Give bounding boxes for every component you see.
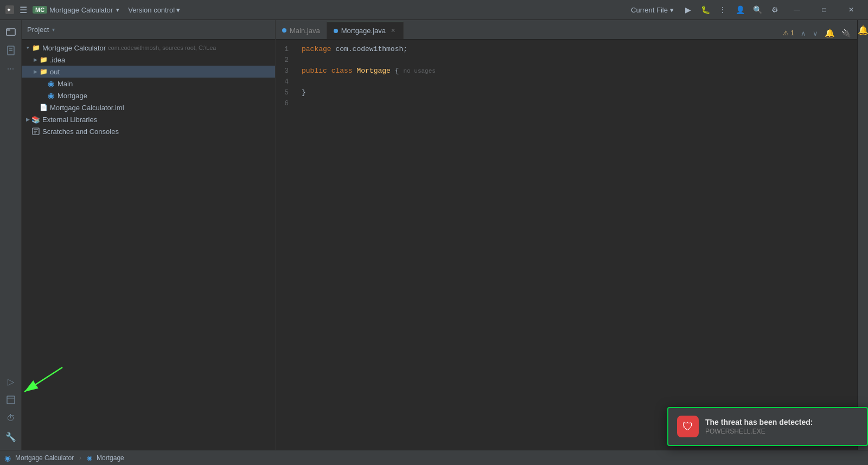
svg-text:✦: ✦: [7, 7, 11, 13]
current-file-button[interactable]: Current File ▾: [627, 5, 678, 15]
file-icon-iml: 📄: [39, 103, 48, 112]
main-area: ··· ▷ ⏱ 🔧 Project ▾ ▾ 📁 Mortgage Calcula: [0, 20, 868, 450]
tree-item-scratches[interactable]: ▶ Scratches and Consoles: [22, 125, 275, 137]
brace-close: }: [302, 87, 306, 98]
editor-area: Main.java Mortgage.java ✕ ⚠ 1 ∧ ∨ 🔔 🔌 1 …: [276, 20, 857, 450]
close-button[interactable]: ✕: [839, 0, 864, 20]
settings-button[interactable]: ⚙: [767, 2, 782, 17]
tab-indicator-main: [282, 28, 286, 33]
arrow-out: ▶: [31, 68, 39, 75]
tree-item-out[interactable]: ▶ 📁 out: [22, 66, 275, 78]
folder-icon-idea: 📁: [39, 55, 48, 64]
sidebar-icon-more[interactable]: ···: [2, 60, 20, 78]
label-mortgage: Mortgage: [58, 92, 87, 100]
more-options-button[interactable]: ⋮: [715, 2, 730, 17]
threat-shield-icon: 🛡: [677, 416, 699, 437]
label-out: out: [50, 68, 60, 76]
project-panel-dropdown[interactable]: ▾: [52, 27, 55, 33]
sidebar-icon-tools[interactable]: 🔧: [2, 428, 20, 445]
tree-item-mortgage-calculator[interactable]: ▾ 📁 Mortgage Calculator com.codewithmosh…: [22, 42, 275, 54]
version-control-arrow: ▾: [176, 6, 180, 14]
sidebar-icon-project[interactable]: [2, 23, 20, 41]
search-everywhere-button[interactable]: 🔍: [750, 2, 765, 17]
debug-button[interactable]: 🐛: [698, 2, 713, 17]
code-line-5: }: [302, 87, 857, 98]
classname-mortgage: Mortgage: [356, 66, 390, 77]
minimize-button[interactable]: —: [784, 0, 809, 20]
books-icon-external-libs: 📚: [31, 115, 40, 124]
code-line-1: package com.codewithmosh;: [302, 44, 857, 55]
titlebar: ✦ ☰ MC Mortgage Calculator ▾ Version con…: [0, 0, 868, 20]
project-panel-title: Project: [27, 26, 49, 34]
project-dropdown-arrow[interactable]: ▾: [116, 7, 119, 14]
brace-open: {: [391, 66, 399, 77]
tab-indicator-mortgage: [334, 29, 338, 33]
code-line-6: [302, 98, 857, 109]
green-arrow-annotation: [8, 362, 73, 400]
status-file-icon-2: ◉: [87, 454, 92, 462]
threat-title: The threat has been detected:: [705, 418, 813, 426]
arrow-mortgage-calculator: ▾: [24, 44, 31, 52]
sidebar-icon-time[interactable]: ⏱: [2, 410, 20, 427]
svg-line-14: [24, 367, 62, 392]
tab-close-mortgage[interactable]: ✕: [389, 27, 397, 35]
space-1: [327, 66, 331, 77]
breadcrumb-separator: ›: [79, 454, 81, 462]
keyword-public: public: [302, 66, 327, 77]
current-file-label: Current File: [631, 6, 668, 14]
line-num-5: 5: [276, 87, 293, 98]
space-2: [353, 66, 357, 77]
app-icon: ✦: [4, 4, 15, 15]
tree-item-mortgage[interactable]: ▶ ◉ Mortgage: [22, 90, 275, 101]
line-num-6: 6: [276, 98, 293, 109]
tab-label-mortgage: Mortgage.java: [341, 27, 386, 35]
project-title-section[interactable]: MC Mortgage Calculator ▾: [33, 6, 119, 14]
tree-item-external-libs[interactable]: ▶ 📚 External Libraries: [22, 113, 275, 125]
tab-main-java[interactable]: Main.java: [276, 22, 327, 39]
notifications-icon[interactable]: 🔔: [822, 27, 837, 39]
code-area: 1 2 3 4 5 6 package com.codewithmosh; pu…: [276, 40, 857, 450]
label-external-libs: External Libraries: [42, 116, 97, 124]
collapse-icon[interactable]: ∧: [799, 28, 808, 39]
line-num-4: 4: [276, 77, 293, 87]
package-name: com.codewithmosh;: [331, 44, 407, 55]
titlebar-right: Current File ▾ ▶ 🐛 ⋮ 👤 🔍 ⚙ — □ ✕: [627, 0, 864, 20]
warning-badge: ⚠ 1: [781, 28, 796, 38]
tree-item-iml[interactable]: ▶ 📄 Mortgage Calculator.iml: [22, 101, 275, 113]
code-line-4: [302, 77, 857, 87]
code-line-3: public class Mortgage { no usages: [302, 66, 857, 77]
tree-item-idea[interactable]: ▶ 📁 .idea: [22, 54, 275, 66]
threat-text: The threat has been detected: POWERSHELL…: [705, 418, 813, 435]
expand-icon[interactable]: ∨: [810, 28, 820, 39]
run-button[interactable]: ▶: [680, 2, 695, 17]
status-file[interactable]: Mortgage: [97, 454, 124, 462]
status-project[interactable]: Mortgage Calculator: [15, 454, 74, 462]
hamburger-menu[interactable]: ☰: [20, 5, 27, 15]
arrow-idea: ▶: [31, 56, 39, 63]
threat-subtitle: POWERSHELL.EXE: [705, 428, 813, 435]
shield-symbol: 🛡: [682, 421, 693, 433]
maximize-button[interactable]: □: [812, 0, 837, 20]
label-iml: Mortgage Calculator.iml: [50, 104, 124, 112]
version-control-label: Version control: [128, 6, 175, 14]
folder-icon-mortgage-calculator: 📁: [31, 43, 40, 52]
label-mortgage-calculator: Mortgage Calculator: [42, 44, 106, 52]
collab-button[interactable]: 👤: [732, 2, 748, 17]
line-num-3: 3: [276, 66, 293, 77]
code-content[interactable]: package com.codewithmosh; public class M…: [297, 44, 857, 445]
plugin-icon[interactable]: 🔌: [839, 28, 853, 39]
project-panel-header[interactable]: Project ▾: [22, 20, 275, 40]
keyword-class: class: [331, 66, 353, 77]
status-file-icon: ◉: [4, 454, 11, 462]
sidebar-icon-bookmark[interactable]: [2, 42, 20, 59]
version-control-section[interactable]: Version control ▾: [128, 6, 180, 14]
tab-mortgage-java[interactable]: Mortgage.java ✕: [327, 22, 404, 39]
circle-icon-main: ◉: [47, 79, 55, 88]
right-panel-notifications[interactable]: 🔔: [858, 20, 869, 40]
right-panel-icons: 🔔: [857, 20, 868, 450]
tab-label-main: Main.java: [290, 27, 320, 35]
editor-top-right-icons: ⚠ 1 ∧ ∨ 🔔 🔌: [781, 27, 857, 39]
label-main: Main: [58, 80, 73, 88]
tree-item-main[interactable]: ▶ ◉ Main: [22, 78, 275, 90]
threat-notification[interactable]: 🛡 The threat has been detected: POWERSHE…: [667, 407, 868, 446]
